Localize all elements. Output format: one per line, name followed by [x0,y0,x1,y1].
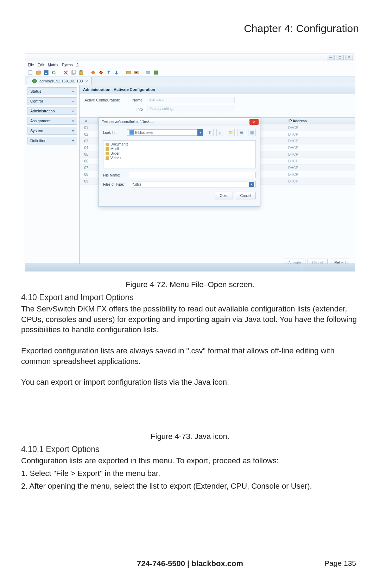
body-text: Exported configuration lists are always … [21,346,359,366]
folder-icon [106,147,109,151]
svg-rect-0 [29,70,32,75]
file-open-dialog: \\winserver\users\helmut\Desktop ✕ Look … [99,117,260,207]
home-button[interactable]: ⌂ [216,129,224,136]
list-item[interactable]: Musik [106,147,253,151]
info-field: Factory settings [147,106,235,112]
section-heading: 4.10 Export and Import Options [21,293,359,302]
chapter-title: Chapter 4: Configuration [21,23,359,39]
tool-icon-4[interactable] [153,70,159,75]
maximize-button[interactable]: ▢ [336,55,344,60]
footer-contact: 724-746-5500 | blackbox.com [21,559,359,568]
lookin-label: Look In: [103,131,124,135]
connect-icon[interactable] [90,70,96,75]
open-icon[interactable] [36,70,41,75]
paste-icon[interactable] [78,70,84,75]
lookin-combo[interactable]: Bibliotheken [127,129,198,136]
chevron-down-icon: ▾ [72,139,74,143]
active-config-label: Active Configuration: [84,98,127,102]
menu-help[interactable]: ? [76,63,78,67]
folder-icon [106,156,109,160]
svg-rect-6 [80,70,82,72]
new-icon[interactable] [28,70,33,75]
toolbar [25,68,355,77]
title-bar: — ▢ ✕ [25,54,355,61]
close-button[interactable]: ✕ [345,55,353,60]
subsection-heading: 4.10.1 Export Options [21,445,359,454]
chevron-down-icon: ▾ [72,109,74,113]
open-button[interactable]: Open [215,192,233,199]
sidebar-item-administration[interactable]: Administration▾ [27,107,77,115]
dialog-title: \\winserver\users\helmut\Desktop [102,120,154,124]
tab-bar: admin@192.168.100.133 ✕ [25,77,355,85]
download-icon[interactable] [114,70,119,75]
name-label: Name [132,98,142,102]
body-text: You can export or import configuration l… [21,377,359,388]
info-label: Info [132,107,143,111]
tab-label: admin@192.168.100.133 [39,79,83,83]
dialog-close-button[interactable]: ✕ [249,119,259,125]
body-text: The ServSwitch DKM FX offers the possibi… [21,304,359,335]
menu-edit[interactable]: Edit [38,63,44,67]
chevron-down-icon: ▾ [72,89,74,93]
sidebar-item-status[interactable]: Status▾ [27,87,77,95]
copy-icon[interactable] [71,70,76,75]
file-list[interactable]: Dokumente Musik Bilder Videos [103,140,256,168]
svg-rect-7 [126,71,131,74]
list-item[interactable]: Dokumente [106,142,253,147]
tool-icon-3[interactable] [145,70,151,75]
sidebar-item-definition[interactable]: Definition▾ [27,137,77,144]
svg-rect-2 [45,73,47,74]
tool-icon-2[interactable] [133,70,139,75]
world-icon [32,78,37,84]
folder-icon [129,130,134,135]
minimize-button[interactable]: — [327,55,335,60]
svg-rect-10 [146,71,150,74]
step-text: 1. Select "File > Export" in the menu ba… [21,468,359,479]
combo-arrow-icon[interactable]: ▾ [197,129,203,136]
select-arrow-icon: ▾ [249,182,254,187]
menu-bar: File Edit Matrix Extras ? [25,61,355,68]
sidebar-item-assignment[interactable]: Assignment▾ [27,117,77,125]
chevron-down-icon: ▾ [72,119,74,123]
sidebar-item-system[interactable]: System▾ [27,127,77,135]
save-icon[interactable] [43,70,49,75]
refresh-icon[interactable] [51,70,57,75]
list-item[interactable]: Bilder [106,151,253,156]
upload-icon[interactable] [106,70,112,75]
chevron-down-icon: ▾ [72,129,74,133]
disconnect-icon[interactable] [98,70,104,75]
app-window: — ▢ ✕ File Edit Matrix Extras ? [25,53,355,272]
new-folder-button[interactable]: 📁 [227,129,235,136]
status-bar [25,264,355,271]
svg-point-9 [135,72,137,73]
svg-point-12 [32,79,37,83]
main-panel: Administration - Activate Configuration … [80,85,355,271]
page-footer: 724-746-5500 | blackbox.com Page 135 [21,554,359,568]
step-text: 2. After opening the menu, select the li… [21,481,359,491]
connection-tab[interactable]: admin@192.168.100.133 ✕ [28,77,92,85]
sidebar-item-control[interactable]: Control▾ [27,97,77,105]
list-view-button[interactable]: ☰ [238,129,245,136]
folder-icon [106,143,109,146]
svg-rect-4 [72,70,75,74]
figure-caption: Figure 4-73. Java icon. [21,432,359,441]
svg-rect-11 [154,71,158,74]
detail-view-button[interactable]: ▤ [248,129,256,136]
filetype-select[interactable]: (*.dtc) ▾ [130,181,256,187]
delete-icon[interactable] [63,70,69,75]
list-item[interactable]: Videos [106,156,253,160]
filename-input[interactable] [130,172,256,178]
menu-file[interactable]: File [28,63,34,67]
close-tab-icon[interactable]: ✕ [85,79,88,83]
name-field: Standard [147,97,235,103]
menu-matrix[interactable]: Matrix [48,63,58,67]
panel-title: Administration - Activate Configuration [80,85,355,94]
tool-icon-1[interactable] [126,70,131,75]
up-folder-button[interactable]: ⇧ [206,129,214,136]
body-text: Configuration lists are exported in this… [21,456,359,466]
filename-label: File Name: [103,173,127,177]
cancel-button[interactable]: Cancel [236,192,256,199]
menu-extras[interactable]: Extras [62,63,73,67]
page-number: Page 135 [324,559,356,568]
chevron-down-icon: ▾ [72,99,74,103]
